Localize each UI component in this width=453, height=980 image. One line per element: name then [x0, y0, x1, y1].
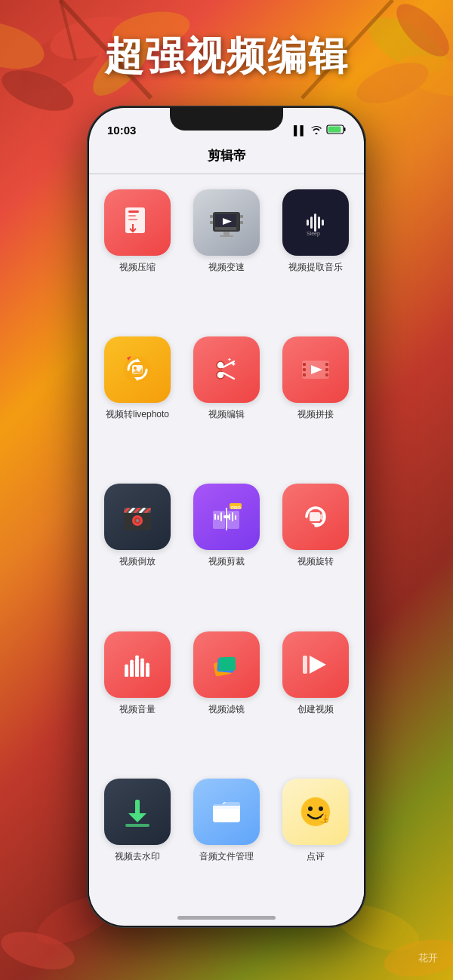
status-icons: ▌▌	[294, 124, 346, 137]
svg-rect-89	[125, 668, 128, 677]
svg-marker-88	[320, 512, 325, 521]
app-label-volume: 视频音量	[119, 704, 156, 716]
app-item-extract[interactable]: Sleep 视频提取音乐	[275, 189, 356, 318]
app-label-livephoto: 视频转livephoto	[106, 409, 169, 421]
svg-marker-102	[310, 656, 326, 674]
svg-rect-56	[303, 363, 306, 366]
app-label-reverse: 视频倒放	[119, 556, 156, 568]
svg-rect-31	[240, 221, 243, 224]
app-item-rotate[interactable]: 视频旋转	[275, 484, 356, 613]
svg-point-73	[136, 519, 139, 522]
svg-point-46	[134, 367, 137, 370]
svg-rect-61	[325, 373, 328, 376]
home-indicator	[177, 916, 276, 920]
app-icon-reverse	[104, 484, 171, 550]
app-icon-edit: ✦ ✦	[193, 336, 260, 403]
svg-rect-91	[135, 659, 139, 677]
svg-rect-27	[215, 227, 236, 230]
svg-text:✦: ✦	[227, 357, 232, 362]
app-item-crop[interactable]: PRO	[186, 484, 267, 613]
app-item-filemanage[interactable]: 音频文件管理	[186, 779, 267, 908]
app-item-create[interactable]: 创建视频	[275, 631, 356, 760]
app-label-splice: 视频拼接	[297, 409, 334, 421]
svg-text:PRO: PRO	[231, 505, 241, 510]
svg-point-95	[130, 659, 134, 663]
svg-rect-22	[128, 215, 136, 217]
app-label-crop: 视频剪裁	[208, 556, 245, 568]
app-item-splice[interactable]: 视频拼接	[275, 336, 356, 465]
signal-icon: ▌▌	[294, 125, 307, 136]
app-icon-extract: Sleep	[282, 189, 349, 256]
svg-rect-32	[223, 232, 230, 235]
app-icon-crop: PRO	[193, 484, 260, 550]
notch	[170, 108, 283, 131]
svg-point-98	[146, 662, 149, 666]
svg-rect-106	[125, 824, 149, 827]
svg-rect-21	[128, 210, 139, 213]
svg-rect-84	[232, 512, 233, 521]
svg-point-96	[135, 655, 139, 659]
svg-rect-57	[303, 368, 306, 371]
app-item-watermark[interactable]: 视频去水印	[97, 779, 178, 908]
app-icon-splice	[282, 336, 349, 403]
svg-rect-85	[235, 515, 236, 520]
app-item-volume[interactable]: 视频音量	[97, 631, 178, 760]
svg-rect-81	[217, 515, 219, 520]
svg-rect-59	[325, 363, 328, 366]
svg-rect-23	[128, 219, 137, 220]
svg-rect-28	[210, 215, 213, 218]
svg-rect-38	[314, 214, 316, 232]
app-item-reverse[interactable]: 视频倒放	[97, 484, 178, 613]
app-icon-create	[282, 631, 349, 698]
svg-text:👍: 👍	[317, 811, 331, 824]
app-item-speed[interactable]: 视频变速	[186, 189, 267, 318]
app-label-compress: 视频压缩	[119, 262, 156, 274]
phone-frame: 10:03 ▌▌	[87, 106, 366, 928]
svg-rect-60	[325, 368, 328, 371]
app-label-edit: 视频编辑	[208, 409, 245, 421]
app-label-watermark: 视频去水印	[115, 851, 160, 863]
app-label-create: 创建视频	[297, 704, 334, 716]
app-icon-filter	[193, 631, 260, 698]
hero-title: 超强视频编辑	[0, 30, 453, 83]
svg-rect-19	[328, 127, 341, 133]
svg-rect-83	[229, 514, 230, 520]
app-item-filter[interactable]: 视频滤镜	[186, 631, 267, 760]
svg-rect-92	[140, 662, 144, 677]
app-item-livephoto[interactable]: 视频转livephoto	[97, 336, 178, 465]
app-label-rotate: 视频旋转	[297, 556, 334, 568]
svg-rect-29	[210, 221, 213, 224]
app-icon-filemanage	[193, 779, 260, 845]
svg-marker-105	[128, 813, 146, 822]
svg-rect-80	[214, 514, 216, 520]
wifi-icon	[310, 125, 322, 137]
svg-rect-93	[146, 666, 149, 677]
svg-rect-37	[310, 217, 313, 229]
app-label-extract: 视频提取音乐	[288, 262, 343, 274]
svg-rect-104	[135, 800, 140, 815]
app-grid: 视频压缩	[89, 174, 364, 923]
svg-rect-58	[303, 373, 306, 376]
app-item-compress[interactable]: 视频压缩	[97, 189, 178, 318]
app-icon-speed	[193, 189, 260, 256]
app-icon-review: 👍	[282, 779, 349, 845]
app-icon-volume	[104, 631, 171, 698]
svg-point-97	[140, 658, 144, 662]
app-item-review[interactable]: 👍 点评	[275, 779, 356, 908]
svg-rect-36	[307, 220, 309, 226]
app-header: 剪辑帝	[89, 141, 364, 174]
svg-rect-33	[220, 235, 233, 237]
app-item-edit[interactable]: ✦ ✦ 视频编辑	[186, 336, 267, 465]
app-icon-watermark	[104, 779, 171, 845]
svg-rect-18	[344, 127, 346, 131]
svg-rect-39	[318, 217, 320, 229]
app-label-filemanage: 音频文件管理	[199, 851, 254, 863]
watermark: 花开	[418, 951, 438, 965]
status-time: 10:03	[107, 124, 136, 137]
svg-rect-82	[220, 512, 222, 521]
svg-rect-87	[310, 512, 320, 521]
svg-rect-101	[219, 656, 236, 671]
app-label-filter: 视频滤镜	[208, 704, 245, 716]
battery-icon	[326, 124, 346, 137]
app-label-speed: 视频变速	[208, 262, 245, 274]
